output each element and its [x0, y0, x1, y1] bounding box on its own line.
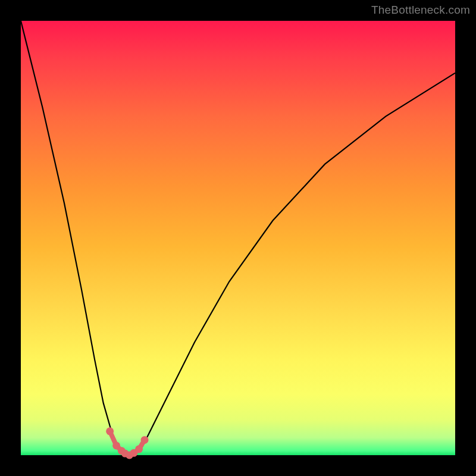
plot-area	[21, 21, 455, 455]
watermark-text: TheBottleneck.com	[371, 4, 470, 17]
chart-frame: TheBottleneck.com	[0, 0, 476, 476]
